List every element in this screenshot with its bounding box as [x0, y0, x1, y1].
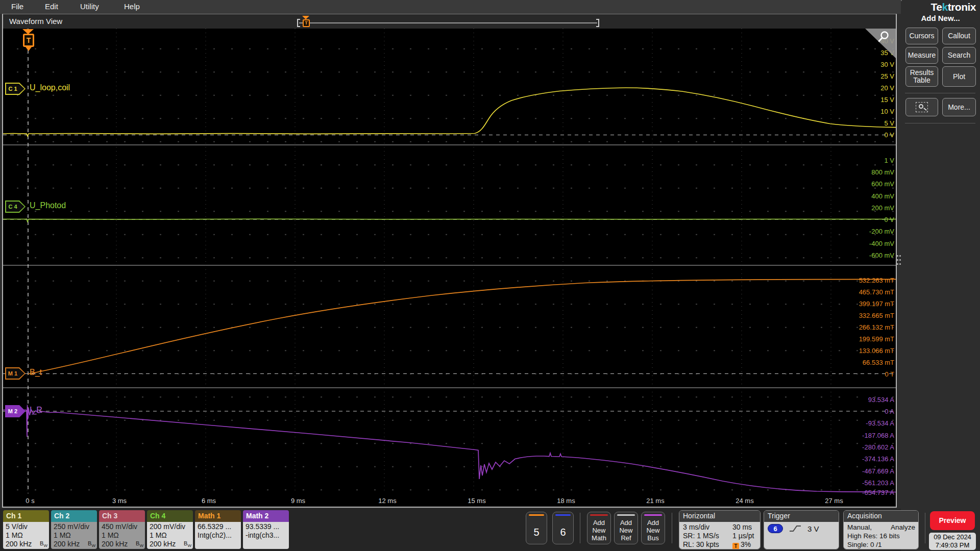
channel-badge-c4[interactable]: C 4 [5, 201, 26, 213]
trace-c4 [3, 219, 896, 222]
channel-badge-ch4[interactable]: Ch 4 200 mV/div1 MΩ200 kHz BW [147, 510, 193, 549]
trigger-t-icon: T [732, 543, 739, 549]
trace-m1 [28, 279, 896, 374]
channel-label-c1: U_loop,coil [30, 83, 70, 92]
channel-badge-ch3[interactable]: Ch 3 450 mV/div1 MΩ200 kHz BW [99, 510, 145, 549]
trace-c1 [3, 88, 896, 136]
preview-button[interactable]: Preview [930, 511, 975, 530]
minimap-left-bracket[interactable] [297, 19, 300, 27]
add-new-math-button[interactable]: AddNewMath [587, 512, 611, 544]
y-label: -467.669 A [862, 467, 894, 475]
channel-label-m1: B_t [30, 368, 42, 377]
y-label: 199.599 mT [859, 335, 894, 343]
y-label: 20 V [880, 84, 894, 92]
channel-badge-ch2[interactable]: Ch 2 250 mV/div1 MΩ200 kHz BW [51, 510, 97, 549]
y-label: 399.197 mT [859, 300, 894, 308]
y-label: 400 mV [871, 192, 894, 200]
y-label: 0 V [884, 216, 894, 223]
channel-label-c4: U_Photod [30, 201, 66, 210]
channel-badge-m1[interactable]: M 1 [5, 367, 26, 380]
y-label: 25 V [880, 72, 894, 80]
more-button[interactable]: More... [942, 98, 976, 116]
y-label: 0 T [885, 370, 894, 378]
menu-help[interactable]: Help [124, 2, 140, 11]
channel-badge-m2[interactable]: M 2 [5, 405, 26, 417]
trigger-source-badge: 6 [768, 524, 783, 533]
trigger-level: 3 V [807, 524, 819, 533]
math-badge-math2[interactable]: Math 2 93.5339 ...-intg(ch3... [243, 510, 289, 549]
time-label: 12 ms [378, 497, 396, 505]
measure-button[interactable]: Measure [905, 47, 938, 64]
menu-utility[interactable]: Utility [80, 2, 99, 11]
y-label: 800 mV [871, 168, 894, 176]
trigger-panel[interactable]: Trigger 6 3 V [764, 510, 839, 549]
y-label: -187.068 A [862, 432, 894, 439]
y-label: -200 mV [869, 228, 894, 235]
graticule[interactable]: T 40 V 35 V 30 V 25 V 20 V 15 V 10 V 5 V… [3, 29, 896, 507]
waveform-view-titlebar[interactable]: Waveform View T [3, 14, 896, 29]
add-new-ref-button[interactable]: AddNewRef [614, 512, 638, 544]
y-label: 30 V [880, 61, 894, 68]
scale-button-6[interactable]: 6 [552, 512, 574, 544]
zoom-mode-button[interactable] [905, 98, 938, 116]
y-label: 532.263 mT [859, 277, 894, 284]
separator [672, 513, 672, 543]
time-label: 15 ms [468, 497, 485, 505]
datetime-display[interactable]: 09 Dec 2024 7:49:03 PM [929, 533, 976, 550]
channel-label-m2: I_R [30, 406, 42, 415]
y-label: -600 mV [869, 252, 894, 259]
oscilloscope-app: File Edit Utility Help Waveform View T [0, 0, 980, 551]
time-label: 21 ms [646, 497, 664, 505]
plot-button[interactable]: Plot [942, 66, 976, 87]
separator [580, 513, 580, 543]
channel-badge-ch1[interactable]: Ch 1 5 V/div1 MΩ200 kHz BW [3, 510, 49, 549]
y-label: -280.602 A [862, 443, 894, 451]
date-text: 09 Dec 2024 [929, 533, 976, 541]
time-label: 9 ms [291, 497, 305, 505]
red-bar [590, 514, 608, 516]
trigger-slope-icon [789, 524, 801, 533]
orange-bar [529, 514, 544, 516]
trigger-title: Trigger [764, 511, 839, 522]
bandwidth-icon: BW [40, 540, 47, 548]
search-button[interactable]: Search [942, 47, 976, 64]
waveform-canvas [3, 29, 896, 507]
channel-badge-c1[interactable]: C 1 [5, 83, 26, 95]
y-label: -654.737 A [862, 489, 894, 496]
callout-button[interactable]: Callout [942, 28, 976, 44]
time-label: 24 ms [736, 497, 753, 505]
minimap-track[interactable] [299, 22, 597, 23]
time-label: 0 s [26, 497, 34, 505]
y-label: 10 V [880, 108, 894, 115]
scale-button-5[interactable]: 5 [526, 512, 547, 544]
y-label: 465.730 mT [859, 288, 894, 296]
splitter-handle[interactable] [897, 255, 901, 268]
minimap-right-bracket[interactable] [596, 19, 599, 27]
y-label: -561.203 A [862, 479, 894, 487]
math-badge-math1[interactable]: Math 1 66.5329 ...Intg(ch2)... [195, 510, 241, 549]
time-label: 3 ms [112, 497, 127, 505]
time-label: 6 ms [202, 497, 216, 505]
acquisition-title: Acquisition [844, 511, 918, 522]
horizontal-panel[interactable]: Horizontal 3 ms/div30 ms SR: 1 MS/s1 µs/… [679, 510, 761, 549]
bandwidth-icon: BW [136, 540, 143, 548]
menu-file[interactable]: File [11, 2, 23, 11]
zoom-select-icon [916, 102, 928, 112]
time-label: 27 ms [825, 497, 843, 505]
separator [925, 513, 925, 543]
results-table-button[interactable]: Results Table [905, 66, 938, 87]
waveform-view-panel: Waveform View T [2, 14, 897, 508]
menu-edit[interactable]: Edit [45, 2, 58, 11]
sidebar-divider [905, 93, 975, 93]
acquisition-panel[interactable]: Acquisition Manual,Analyze High Res: 16 … [843, 510, 919, 549]
minimap-trigger-arrow-icon[interactable] [302, 16, 309, 19]
add-new-bus-button[interactable]: AddNewBus [641, 512, 665, 544]
y-label: 0 V [884, 131, 894, 139]
cursors-button[interactable]: Cursors [905, 28, 938, 44]
tektronix-logo: Tektronix [931, 1, 976, 13]
minimap-trigger-t-icon[interactable]: T [303, 19, 310, 27]
trigger-position-flag-icon[interactable]: T [23, 34, 34, 47]
horizontal-title: Horizontal [679, 511, 760, 522]
trigger-position-tail-icon[interactable] [26, 47, 32, 51]
y-label: -400 mV [869, 240, 894, 247]
